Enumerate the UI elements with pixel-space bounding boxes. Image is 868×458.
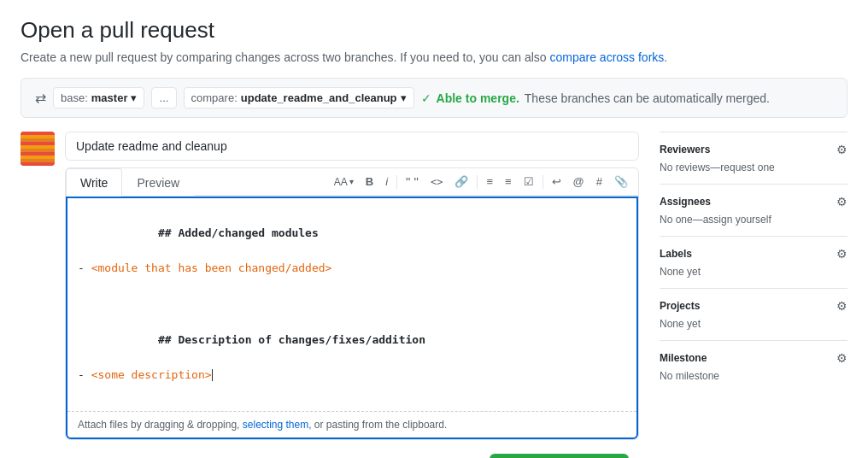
drop-suffix: , or pasting from the clipboard. bbox=[308, 419, 447, 431]
branch-bar: ⇄ base: master ▾ ... compare: update_rea… bbox=[21, 78, 847, 118]
milestone-section: Milestone ⚙ No milestone bbox=[660, 340, 847, 392]
labels-header: Labels ⚙ bbox=[660, 247, 847, 261]
assignees-header: Assignees ⚙ bbox=[660, 195, 847, 208]
ol-button[interactable]: ≡ bbox=[501, 173, 515, 190]
reviewers-section: Reviewers ⚙ No reviews—request one bbox=[660, 132, 847, 184]
ellipsis-button[interactable]: ... bbox=[151, 87, 176, 109]
milestone-gear-button[interactable]: ⚙ bbox=[836, 351, 847, 365]
chevron-down-icon: ▾ bbox=[401, 91, 407, 104]
page-subtitle: Create a new pull request by comparing c… bbox=[21, 50, 847, 64]
base-branch-name: master bbox=[91, 91, 128, 104]
reviewers-header: Reviewers ⚙ bbox=[660, 143, 847, 156]
attachment-button[interactable]: 📎 bbox=[611, 173, 631, 190]
tab-preview[interactable]: Preview bbox=[122, 168, 194, 197]
assignees-value: No one—assign yourself bbox=[660, 214, 847, 226]
compare-branch-select[interactable]: compare: update_readme_and_cleanup ▾ bbox=[184, 87, 414, 109]
reviewers-gear-button[interactable]: ⚙ bbox=[836, 143, 847, 156]
projects-title: Projects bbox=[660, 300, 700, 312]
merge-status: ✓ Able to merge. These branches can be a… bbox=[421, 91, 770, 105]
merge-desc: These branches can be automatically merg… bbox=[525, 91, 770, 105]
left-panel: Write Preview AA ▾ B i " " <> 🔗 bbox=[21, 132, 639, 458]
base-branch-select[interactable]: base: master ▾ bbox=[53, 87, 144, 109]
labels-section: Labels ⚙ None yet bbox=[660, 236, 847, 288]
mention-button[interactable]: @ bbox=[570, 173, 588, 190]
separator bbox=[396, 175, 397, 189]
tabs: Write Preview AA ▾ B i " " <> 🔗 bbox=[66, 168, 638, 197]
reply-button[interactable]: ↩ bbox=[548, 173, 565, 190]
editor-footer: M↓ Styling with Markdown is supported Cr… bbox=[65, 447, 639, 458]
heading-icon: AA bbox=[334, 176, 348, 188]
reviewers-title: Reviewers bbox=[660, 144, 710, 156]
assignees-title: Assignees bbox=[660, 196, 711, 208]
subtitle-period: . bbox=[664, 50, 667, 64]
subtitle-text: Create a new pull request by comparing c… bbox=[21, 50, 396, 64]
labels-title: Labels bbox=[660, 248, 692, 260]
chevron-small-icon: ▾ bbox=[349, 177, 354, 186]
select-files-link[interactable]: selecting them bbox=[243, 419, 308, 431]
heading-button[interactable]: AA ▾ bbox=[331, 174, 357, 190]
reviewers-value: No reviews—request one bbox=[660, 161, 847, 173]
ref-button[interactable]: # bbox=[593, 173, 606, 190]
sidebar: Reviewers ⚙ No reviews—request one Assig… bbox=[660, 132, 847, 458]
milestone-title: Milestone bbox=[660, 352, 707, 364]
chevron-down-icon: ▾ bbox=[131, 91, 137, 104]
tab-write[interactable]: Write bbox=[66, 168, 122, 197]
projects-section: Projects ⚙ None yet bbox=[660, 288, 847, 340]
able-to-merge-text: Able to merge. bbox=[437, 91, 519, 105]
compare-forks-link[interactable]: compare across forks bbox=[549, 50, 664, 64]
separator-2 bbox=[477, 175, 478, 189]
projects-header: Projects ⚙ bbox=[660, 299, 847, 313]
bold-button[interactable]: B bbox=[362, 173, 377, 190]
drop-text: Attach files by dragging & dropping, bbox=[78, 419, 243, 431]
assignees-section: Assignees ⚙ No one—assign yourself bbox=[660, 184, 847, 236]
labels-gear-button[interactable]: ⚙ bbox=[836, 247, 847, 261]
milestone-header: Milestone ⚙ bbox=[660, 351, 847, 365]
check-icon: ✓ bbox=[421, 91, 431, 105]
form-area: Write Preview AA ▾ B i " " <> 🔗 bbox=[65, 132, 639, 458]
editor-container: ## Added/changed modules - <module that … bbox=[66, 197, 638, 439]
code-button[interactable]: <> bbox=[427, 174, 446, 190]
editor-content[interactable]: ## Added/changed modules - <module that … bbox=[67, 198, 636, 411]
subtitle-pre-link: If you need to, you can also bbox=[400, 50, 549, 64]
projects-gear-button[interactable]: ⚙ bbox=[836, 299, 847, 313]
projects-value: None yet bbox=[660, 318, 847, 330]
separator-3 bbox=[542, 175, 543, 189]
milestone-value: No milestone bbox=[660, 370, 847, 382]
drop-area: Attach files by dragging & dropping, sel… bbox=[67, 411, 636, 437]
labels-value: None yet bbox=[660, 266, 847, 278]
create-pr-button[interactable]: Create pull request bbox=[490, 454, 629, 458]
compare-label: compare: bbox=[191, 91, 238, 104]
page-title: Open a pull request bbox=[21, 17, 847, 44]
assignees-gear-button[interactable]: ⚙ bbox=[836, 195, 847, 208]
italic-button[interactable]: i bbox=[382, 173, 391, 190]
compare-arrows-icon: ⇄ bbox=[35, 90, 46, 106]
base-label: base: bbox=[61, 91, 88, 104]
compare-branch-name: update_readme_and_cleanup bbox=[241, 91, 397, 104]
pr-title-input[interactable] bbox=[65, 132, 639, 161]
quote-button[interactable]: " " bbox=[402, 173, 422, 190]
ul-button[interactable]: ≡ bbox=[483, 173, 496, 190]
avatar bbox=[21, 132, 55, 166]
link-button[interactable]: 🔗 bbox=[451, 173, 472, 190]
task-button[interactable]: ☑ bbox=[520, 173, 537, 190]
main-layout: Write Preview AA ▾ B i " " <> 🔗 bbox=[21, 132, 847, 458]
